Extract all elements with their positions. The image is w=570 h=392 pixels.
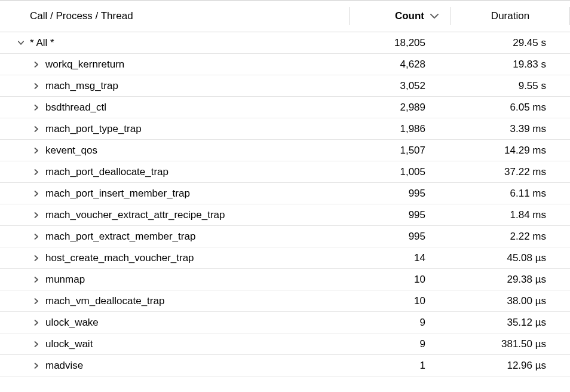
table-body: workq_kernreturn 4,628 19.83 s mach_msg_… bbox=[0, 54, 570, 376]
row-name: * All * bbox=[30, 37, 54, 49]
row-name: mach_msg_trap bbox=[45, 80, 118, 92]
table-row[interactable]: kevent_qos 1,507 14.29 ms bbox=[0, 140, 570, 161]
row-count: 1 bbox=[349, 360, 451, 372]
table-header: Call / Process / Thread Count Duration bbox=[0, 0, 570, 32]
row-name: mach_port_insert_member_trap bbox=[45, 188, 190, 200]
row-count: 995 bbox=[349, 231, 451, 243]
chevron-right-icon[interactable] bbox=[32, 146, 41, 155]
row-duration: 3.39 ms bbox=[451, 123, 570, 135]
row-duration: 1.84 ms bbox=[451, 209, 570, 221]
chevron-right-icon[interactable] bbox=[32, 82, 41, 90]
row-name: mach_port_deallocate_trap bbox=[45, 166, 168, 178]
column-header-duration[interactable]: Duration bbox=[451, 10, 570, 22]
row-name: madvise bbox=[45, 360, 83, 372]
row-name-cell: workq_kernreturn bbox=[0, 59, 349, 71]
chevron-down-icon[interactable] bbox=[17, 39, 25, 47]
row-duration: 35.12 µs bbox=[451, 317, 570, 329]
row-duration: 37.22 ms bbox=[451, 166, 570, 178]
chevron-right-icon[interactable] bbox=[32, 318, 41, 327]
row-count: 995 bbox=[349, 188, 451, 200]
table-row[interactable]: mach_port_extract_member_trap 995 2.22 m… bbox=[0, 226, 570, 247]
row-count: 10 bbox=[349, 274, 451, 286]
column-header-label: Duration bbox=[491, 10, 529, 22]
row-name-cell: ulock_wake bbox=[0, 317, 349, 329]
row-name: bsdthread_ctl bbox=[45, 102, 106, 114]
chevron-right-icon[interactable] bbox=[32, 189, 41, 198]
row-name-cell: munmap bbox=[0, 274, 349, 286]
row-name-cell: bsdthread_ctl bbox=[0, 102, 349, 114]
chevron-right-icon[interactable] bbox=[32, 103, 41, 112]
row-count: 1,986 bbox=[349, 123, 451, 135]
row-count: 18,205 bbox=[349, 37, 451, 49]
chevron-right-icon[interactable] bbox=[32, 125, 41, 133]
table-row[interactable]: madvise 1 12.96 µs bbox=[0, 355, 570, 376]
row-name: mach_vm_deallocate_trap bbox=[45, 295, 164, 307]
chevron-right-icon[interactable] bbox=[32, 275, 41, 284]
row-name: ulock_wait bbox=[45, 338, 93, 350]
row-name-cell: mach_msg_trap bbox=[0, 80, 349, 92]
chevron-right-icon[interactable] bbox=[32, 297, 41, 305]
table-row[interactable]: ulock_wake 9 35.12 µs bbox=[0, 312, 570, 333]
chevron-right-icon[interactable] bbox=[32, 168, 41, 176]
row-duration: 19.83 s bbox=[451, 59, 570, 71]
table-row[interactable]: workq_kernreturn 4,628 19.83 s bbox=[0, 54, 570, 75]
row-name-cell: * All * bbox=[0, 37, 349, 49]
table-row[interactable]: ulock_wait 9 381.50 µs bbox=[0, 333, 570, 355]
row-duration: 2.22 ms bbox=[451, 231, 570, 243]
row-name: host_create_mach_voucher_trap bbox=[45, 252, 194, 264]
chevron-right-icon[interactable] bbox=[32, 211, 41, 219]
row-name-cell: mach_voucher_extract_attr_recipe_trap bbox=[0, 209, 349, 221]
table-row[interactable]: mach_voucher_extract_attr_recipe_trap 99… bbox=[0, 204, 570, 226]
chevron-right-icon[interactable] bbox=[32, 254, 41, 262]
row-name-cell: mach_port_extract_member_trap bbox=[0, 231, 349, 243]
row-count: 14 bbox=[349, 252, 451, 264]
row-duration: 6.11 ms bbox=[451, 188, 570, 200]
row-name-cell: madvise bbox=[0, 360, 349, 372]
chevron-right-icon[interactable] bbox=[32, 362, 41, 370]
table-row[interactable]: munmap 10 29.38 µs bbox=[0, 269, 570, 290]
row-name-cell: kevent_qos bbox=[0, 145, 349, 157]
chevron-right-icon[interactable] bbox=[32, 60, 41, 69]
chevron-down-icon bbox=[430, 13, 439, 19]
row-name: mach_port_type_trap bbox=[45, 123, 142, 135]
row-duration: 14.29 ms bbox=[451, 145, 570, 157]
row-name-cell: host_create_mach_voucher_trap bbox=[0, 252, 349, 264]
row-name-cell: mach_vm_deallocate_trap bbox=[0, 295, 349, 307]
row-duration: 6.05 ms bbox=[451, 102, 570, 114]
table-row[interactable]: mach_msg_trap 3,052 9.55 s bbox=[0, 75, 570, 97]
table-row[interactable]: mach_port_insert_member_trap 995 6.11 ms bbox=[0, 183, 570, 204]
row-name-cell: ulock_wait bbox=[0, 338, 349, 350]
row-name: munmap bbox=[45, 274, 85, 286]
row-name: workq_kernreturn bbox=[45, 59, 124, 71]
row-name: ulock_wake bbox=[45, 317, 99, 329]
table-row[interactable]: bsdthread_ctl 2,989 6.05 ms bbox=[0, 97, 570, 118]
row-count: 1,005 bbox=[349, 166, 451, 178]
table-row[interactable]: mach_vm_deallocate_trap 10 38.00 µs bbox=[0, 290, 570, 312]
chevron-right-icon[interactable] bbox=[32, 232, 41, 241]
chevron-right-icon[interactable] bbox=[32, 340, 41, 348]
row-duration: 38.00 µs bbox=[451, 295, 570, 307]
row-duration: 9.55 s bbox=[451, 80, 570, 92]
row-count: 995 bbox=[349, 209, 451, 221]
table-row[interactable]: mach_port_type_trap 1,986 3.39 ms bbox=[0, 118, 570, 140]
row-count: 9 bbox=[349, 338, 451, 350]
row-duration: 45.08 µs bbox=[451, 252, 570, 264]
row-name-cell: mach_port_deallocate_trap bbox=[0, 166, 349, 178]
row-duration: 29.38 µs bbox=[451, 274, 570, 286]
row-duration: 381.50 µs bbox=[451, 338, 570, 350]
column-header-count[interactable]: Count bbox=[349, 10, 451, 22]
table-row[interactable]: mach_port_deallocate_trap 1,005 37.22 ms bbox=[0, 161, 570, 183]
row-count: 1,507 bbox=[349, 145, 451, 157]
column-header-name[interactable]: Call / Process / Thread bbox=[0, 10, 349, 22]
row-count: 2,989 bbox=[349, 102, 451, 114]
row-name-cell: mach_port_type_trap bbox=[0, 123, 349, 135]
row-count: 9 bbox=[349, 317, 451, 329]
row-name: mach_voucher_extract_attr_recipe_trap bbox=[45, 209, 225, 221]
table-row[interactable]: host_create_mach_voucher_trap 14 45.08 µ… bbox=[0, 247, 570, 269]
trace-table: Call / Process / Thread Count Duration *… bbox=[0, 0, 570, 376]
row-count: 10 bbox=[349, 295, 451, 307]
row-duration: 29.45 s bbox=[451, 37, 570, 49]
row-name: kevent_qos bbox=[45, 145, 97, 157]
summary-row[interactable]: * All * 18,205 29.45 s bbox=[0, 32, 570, 54]
row-count: 3,052 bbox=[349, 80, 451, 92]
